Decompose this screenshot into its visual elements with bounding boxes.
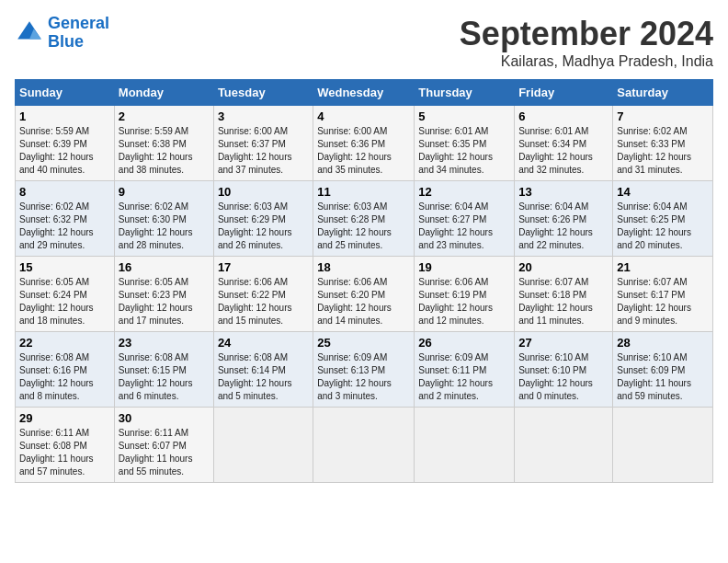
day-cell: 12Sunrise: 6:04 AM Sunset: 6:27 PM Dayli…: [415, 181, 515, 257]
calendar-header: SundayMondayTuesdayWednesdayThursdayFrid…: [16, 80, 713, 106]
day-cell: 28Sunrise: 6:10 AM Sunset: 6:09 PM Dayli…: [613, 332, 713, 408]
day-number: 12: [418, 185, 510, 199]
day-info: Sunrise: 6:00 AM Sunset: 6:36 PM Dayligh…: [317, 125, 410, 177]
day-cell: 27Sunrise: 6:10 AM Sunset: 6:10 PM Dayli…: [515, 332, 613, 408]
month-title: September 2024: [460, 15, 713, 53]
day-cell: 6Sunrise: 6:01 AM Sunset: 6:34 PM Daylig…: [515, 106, 613, 181]
day-info: Sunrise: 6:11 AM Sunset: 6:07 PM Dayligh…: [119, 427, 210, 478]
day-cell: 30Sunrise: 6:11 AM Sunset: 6:07 PM Dayli…: [114, 408, 213, 483]
day-cell: [213, 408, 313, 483]
title-area: September 2024 Kailaras, Madhya Pradesh,…: [460, 15, 713, 70]
day-cell: 11Sunrise: 6:03 AM Sunset: 6:28 PM Dayli…: [313, 181, 415, 257]
header-cell-thursday: Thursday: [415, 80, 515, 106]
day-number: 17: [218, 260, 309, 274]
day-info: Sunrise: 6:09 AM Sunset: 6:13 PM Dayligh…: [317, 351, 410, 403]
day-number: 6: [518, 109, 609, 123]
day-info: Sunrise: 6:09 AM Sunset: 6:11 PM Dayligh…: [418, 351, 510, 403]
header-cell-sunday: Sunday: [16, 80, 115, 106]
day-info: Sunrise: 6:06 AM Sunset: 6:22 PM Dayligh…: [218, 276, 309, 327]
day-number: 16: [119, 260, 210, 274]
logo-text: General Blue: [48, 15, 109, 52]
day-info: Sunrise: 6:07 AM Sunset: 6:17 PM Dayligh…: [617, 276, 709, 327]
location-title: Kailaras, Madhya Pradesh, India: [460, 53, 713, 70]
day-cell: 7Sunrise: 6:02 AM Sunset: 6:33 PM Daylig…: [613, 106, 713, 181]
day-number: 21: [617, 260, 709, 274]
day-number: 24: [218, 336, 309, 350]
day-number: 5: [418, 109, 510, 123]
day-number: 26: [418, 336, 510, 350]
header-cell-saturday: Saturday: [613, 80, 713, 106]
day-number: 3: [218, 109, 309, 123]
day-info: Sunrise: 6:05 AM Sunset: 6:23 PM Dayligh…: [119, 276, 210, 327]
week-row-2: 8Sunrise: 6:02 AM Sunset: 6:32 PM Daylig…: [16, 181, 713, 257]
day-number: 11: [317, 185, 410, 199]
day-number: 2: [119, 109, 210, 123]
day-info: Sunrise: 6:00 AM Sunset: 6:37 PM Dayligh…: [218, 125, 309, 177]
day-info: Sunrise: 6:08 AM Sunset: 6:14 PM Dayligh…: [218, 351, 309, 403]
logo-line2: Blue: [48, 32, 84, 51]
day-cell: 15Sunrise: 6:05 AM Sunset: 6:24 PM Dayli…: [16, 257, 115, 332]
calendar-table: SundayMondayTuesdayWednesdayThursdayFrid…: [15, 79, 713, 483]
day-cell: 3Sunrise: 6:00 AM Sunset: 6:37 PM Daylig…: [213, 106, 313, 181]
day-cell: 16Sunrise: 6:05 AM Sunset: 6:23 PM Dayli…: [114, 257, 213, 332]
day-number: 22: [19, 336, 110, 350]
logo: General Blue: [15, 15, 109, 52]
day-cell: [613, 408, 713, 483]
day-cell: 21Sunrise: 6:07 AM Sunset: 6:17 PM Dayli…: [613, 257, 713, 332]
day-info: Sunrise: 6:03 AM Sunset: 6:29 PM Dayligh…: [218, 201, 309, 252]
day-info: Sunrise: 6:02 AM Sunset: 6:32 PM Dayligh…: [19, 201, 110, 252]
day-info: Sunrise: 6:02 AM Sunset: 6:30 PM Dayligh…: [119, 201, 210, 252]
day-cell: 24Sunrise: 6:08 AM Sunset: 6:14 PM Dayli…: [213, 332, 313, 408]
day-cell: 29Sunrise: 6:11 AM Sunset: 6:08 PM Dayli…: [16, 408, 115, 483]
day-info: Sunrise: 6:08 AM Sunset: 6:15 PM Dayligh…: [119, 351, 210, 403]
day-info: Sunrise: 6:10 AM Sunset: 6:10 PM Dayligh…: [518, 351, 609, 403]
day-info: Sunrise: 5:59 AM Sunset: 6:39 PM Dayligh…: [19, 125, 110, 177]
day-info: Sunrise: 6:06 AM Sunset: 6:20 PM Dayligh…: [317, 276, 410, 327]
header-cell-monday: Monday: [114, 80, 213, 106]
day-info: Sunrise: 6:02 AM Sunset: 6:33 PM Dayligh…: [617, 125, 709, 177]
day-number: 28: [617, 336, 709, 350]
day-cell: 14Sunrise: 6:04 AM Sunset: 6:25 PM Dayli…: [613, 181, 713, 257]
day-info: Sunrise: 5:59 AM Sunset: 6:38 PM Dayligh…: [119, 125, 210, 177]
header-row: SundayMondayTuesdayWednesdayThursdayFrid…: [16, 80, 713, 106]
header: General Blue September 2024 Kailaras, Ma…: [15, 15, 713, 70]
day-cell: 19Sunrise: 6:06 AM Sunset: 6:19 PM Dayli…: [415, 257, 515, 332]
day-number: 19: [418, 260, 510, 274]
day-number: 25: [317, 336, 410, 350]
day-cell: 26Sunrise: 6:09 AM Sunset: 6:11 PM Dayli…: [415, 332, 515, 408]
day-number: 14: [617, 185, 709, 199]
day-cell: 20Sunrise: 6:07 AM Sunset: 6:18 PM Dayli…: [515, 257, 613, 332]
day-cell: 18Sunrise: 6:06 AM Sunset: 6:20 PM Dayli…: [313, 257, 415, 332]
day-info: Sunrise: 6:07 AM Sunset: 6:18 PM Dayligh…: [518, 276, 609, 327]
day-info: Sunrise: 6:06 AM Sunset: 6:19 PM Dayligh…: [418, 276, 510, 327]
day-number: 30: [119, 411, 210, 425]
day-cell: 5Sunrise: 6:01 AM Sunset: 6:35 PM Daylig…: [415, 106, 515, 181]
week-row-3: 15Sunrise: 6:05 AM Sunset: 6:24 PM Dayli…: [16, 257, 713, 332]
day-info: Sunrise: 6:04 AM Sunset: 6:26 PM Dayligh…: [518, 201, 609, 252]
day-number: 4: [317, 109, 410, 123]
day-number: 29: [19, 411, 110, 425]
day-number: 15: [19, 260, 110, 274]
day-cell: 10Sunrise: 6:03 AM Sunset: 6:29 PM Dayli…: [213, 181, 313, 257]
day-info: Sunrise: 6:05 AM Sunset: 6:24 PM Dayligh…: [19, 276, 110, 327]
day-number: 9: [119, 185, 210, 199]
week-row-4: 22Sunrise: 6:08 AM Sunset: 6:16 PM Dayli…: [16, 332, 713, 408]
day-number: 13: [518, 185, 609, 199]
logo-line1: General: [48, 14, 109, 32]
week-row-5: 29Sunrise: 6:11 AM Sunset: 6:08 PM Dayli…: [16, 408, 713, 483]
day-info: Sunrise: 6:11 AM Sunset: 6:08 PM Dayligh…: [19, 427, 110, 478]
day-cell: 2Sunrise: 5:59 AM Sunset: 6:38 PM Daylig…: [114, 106, 213, 181]
day-cell: 23Sunrise: 6:08 AM Sunset: 6:15 PM Dayli…: [114, 332, 213, 408]
day-number: 27: [518, 336, 609, 350]
day-number: 20: [518, 260, 609, 274]
day-cell: 13Sunrise: 6:04 AM Sunset: 6:26 PM Dayli…: [515, 181, 613, 257]
header-cell-tuesday: Tuesday: [213, 80, 313, 106]
day-cell: 17Sunrise: 6:06 AM Sunset: 6:22 PM Dayli…: [213, 257, 313, 332]
day-info: Sunrise: 6:01 AM Sunset: 6:35 PM Dayligh…: [418, 125, 510, 177]
day-number: 18: [317, 260, 410, 274]
day-info: Sunrise: 6:04 AM Sunset: 6:27 PM Dayligh…: [418, 201, 510, 252]
day-cell: 9Sunrise: 6:02 AM Sunset: 6:30 PM Daylig…: [114, 181, 213, 257]
day-cell: 25Sunrise: 6:09 AM Sunset: 6:13 PM Dayli…: [313, 332, 415, 408]
week-row-1: 1Sunrise: 5:59 AM Sunset: 6:39 PM Daylig…: [16, 106, 713, 181]
header-cell-wednesday: Wednesday: [313, 80, 415, 106]
